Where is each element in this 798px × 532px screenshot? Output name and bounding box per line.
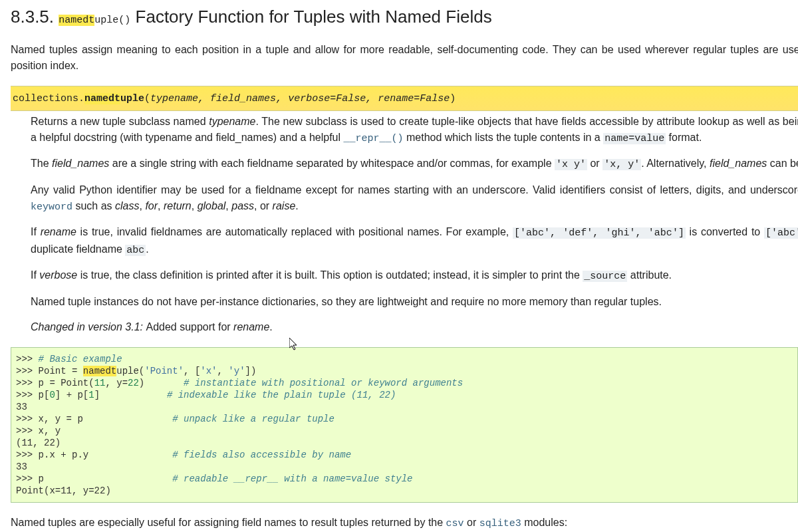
- sig-module: collections.: [13, 93, 84, 104]
- desc-paragraph-5: If verbose is true, the class definition…: [31, 267, 798, 285]
- desc-paragraph-3: Any valid Python identifier may be used …: [31, 182, 798, 215]
- heading-title: Factory Function for Tuples with Named F…: [130, 7, 491, 27]
- sig-param: typename: [150, 93, 198, 104]
- sig-name-rest: uple: [120, 93, 144, 104]
- sig-param: field_names: [210, 93, 276, 104]
- section-heading: 8.3.5. namedtuple() Factory Function for…: [11, 4, 798, 30]
- code-example-basic: >>> # Basic example >>> Point = namedtup…: [11, 347, 798, 503]
- csv-link[interactable]: csv: [446, 518, 464, 529]
- sqlite3-link[interactable]: sqlite3: [479, 518, 521, 529]
- desc-paragraph-2: The field_names are a single string with…: [31, 156, 798, 173]
- intro-paragraph: Named tuples assign meaning to each posi…: [11, 42, 798, 74]
- heading-code-rest: uple(): [94, 15, 130, 26]
- heading-code-highlight: namedt: [59, 15, 94, 26]
- sig-param: verbose=False: [288, 93, 366, 104]
- section-number: 8.3.5.: [11, 7, 59, 27]
- sig-param: rename=False: [378, 93, 450, 104]
- repr-link[interactable]: __repr__(): [344, 133, 404, 144]
- keyword-link[interactable]: keyword: [31, 201, 72, 213]
- function-signature: collections.namedtuple(typename, field_n…: [11, 86, 798, 111]
- csv-sqlite-paragraph: Named tuples are especially useful for a…: [11, 515, 798, 532]
- desc-paragraph-1: Returns a new tuple subclass named typen…: [31, 114, 798, 147]
- changed-note: Changed in version 3.1: Added support fo…: [31, 319, 798, 335]
- sig-name-highlight: namedt: [84, 93, 120, 104]
- desc-paragraph-4: If rename is true, invalid fieldnames ar…: [31, 224, 798, 258]
- function-definition: collections.namedtuple(typename, field_n…: [11, 86, 798, 335]
- desc-paragraph-6: Named tuple instances do not have per-in…: [31, 294, 798, 310]
